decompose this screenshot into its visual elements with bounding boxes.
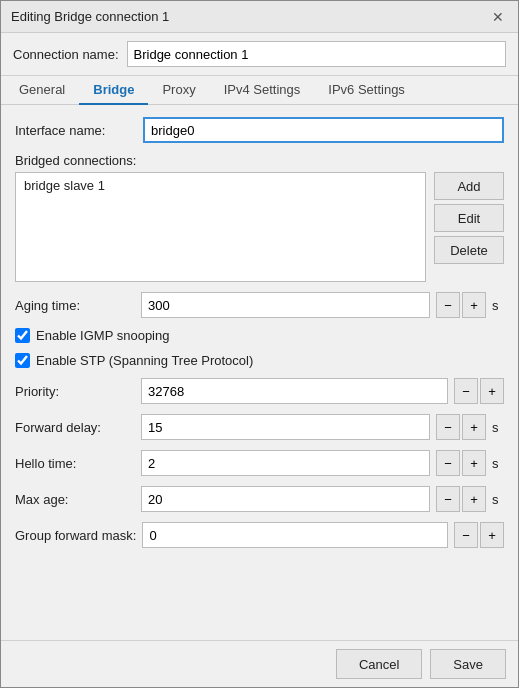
max-age-spinners: − + xyxy=(436,486,486,512)
connection-name-row: Connection name: xyxy=(1,33,518,76)
dialog: Editing Bridge connection 1 ✕ Connection… xyxy=(0,0,519,688)
title-bar: Editing Bridge connection 1 ✕ xyxy=(1,1,518,33)
delete-button[interactable]: Delete xyxy=(434,236,504,264)
bridged-connections-section: Bridged connections: bridge slave 1 Add … xyxy=(15,153,504,282)
cancel-button[interactable]: Cancel xyxy=(336,649,422,679)
connection-name-input[interactable] xyxy=(127,41,506,67)
group-forward-mask-decrement[interactable]: − xyxy=(454,522,478,548)
save-button[interactable]: Save xyxy=(430,649,506,679)
tab-proxy[interactable]: Proxy xyxy=(148,76,209,105)
hello-time-unit: s xyxy=(492,456,504,471)
hello-time-label: Hello time: xyxy=(15,456,135,471)
group-forward-mask-row: Group forward mask: − + xyxy=(15,522,504,548)
priority-row: Priority: − + xyxy=(15,378,504,404)
bridged-list-area: bridge slave 1 Add Edit Delete xyxy=(15,172,504,282)
connection-name-label: Connection name: xyxy=(13,47,119,62)
priority-spinners: − + xyxy=(454,378,504,404)
tab-ipv6[interactable]: IPv6 Settings xyxy=(314,76,419,105)
max-age-label: Max age: xyxy=(15,492,135,507)
hello-time-row: Hello time: − + s xyxy=(15,450,504,476)
aging-time-spinners: − + xyxy=(436,292,486,318)
footer: Cancel Save xyxy=(1,640,518,687)
bridged-list[interactable]: bridge slave 1 xyxy=(15,172,426,282)
stp-label[interactable]: Enable STP (Spanning Tree Protocol) xyxy=(36,353,253,368)
igmp-label[interactable]: Enable IGMP snooping xyxy=(36,328,169,343)
interface-name-row: Interface name: xyxy=(15,117,504,143)
forward-delay-input[interactable] xyxy=(141,414,430,440)
igmp-row: Enable IGMP snooping xyxy=(15,328,504,343)
forward-delay-unit: s xyxy=(492,420,504,435)
forward-delay-spinners: − + xyxy=(436,414,486,440)
aging-time-decrement[interactable]: − xyxy=(436,292,460,318)
aging-time-increment[interactable]: + xyxy=(462,292,486,318)
tab-ipv4[interactable]: IPv4 Settings xyxy=(210,76,315,105)
igmp-checkbox[interactable] xyxy=(15,328,30,343)
bridged-connections-label: Bridged connections: xyxy=(15,153,136,168)
hello-time-increment[interactable]: + xyxy=(462,450,486,476)
close-button[interactable]: ✕ xyxy=(488,7,508,27)
stp-row: Enable STP (Spanning Tree Protocol) xyxy=(15,353,504,368)
hello-time-spinners: − + xyxy=(436,450,486,476)
hello-time-input[interactable] xyxy=(141,450,430,476)
list-item[interactable]: bridge slave 1 xyxy=(18,175,423,196)
tab-bridge[interactable]: Bridge xyxy=(79,76,148,105)
priority-decrement[interactable]: − xyxy=(454,378,478,404)
tab-general[interactable]: General xyxy=(5,76,79,105)
bridged-action-buttons: Add Edit Delete xyxy=(434,172,504,282)
tabs-bar: General Bridge Proxy IPv4 Settings IPv6 … xyxy=(1,76,518,105)
max-age-row: Max age: − + s xyxy=(15,486,504,512)
group-forward-mask-increment[interactable]: + xyxy=(480,522,504,548)
aging-time-unit: s xyxy=(492,298,504,313)
tab-content: Interface name: Bridged connections: bri… xyxy=(1,105,518,640)
interface-name-input[interactable] xyxy=(143,117,504,143)
forward-delay-decrement[interactable]: − xyxy=(436,414,460,440)
priority-label: Priority: xyxy=(15,384,135,399)
forward-delay-label: Forward delay: xyxy=(15,420,135,435)
aging-time-label: Aging time: xyxy=(15,298,135,313)
aging-time-input[interactable] xyxy=(141,292,430,318)
group-forward-mask-spinners: − + xyxy=(454,522,504,548)
forward-delay-increment[interactable]: + xyxy=(462,414,486,440)
edit-button[interactable]: Edit xyxy=(434,204,504,232)
max-age-decrement[interactable]: − xyxy=(436,486,460,512)
group-forward-mask-input[interactable] xyxy=(142,522,448,548)
aging-time-row: Aging time: − + s xyxy=(15,292,504,318)
group-forward-mask-label: Group forward mask: xyxy=(15,528,136,543)
max-age-input[interactable] xyxy=(141,486,430,512)
max-age-increment[interactable]: + xyxy=(462,486,486,512)
interface-name-label: Interface name: xyxy=(15,123,135,138)
priority-increment[interactable]: + xyxy=(480,378,504,404)
hello-time-decrement[interactable]: − xyxy=(436,450,460,476)
forward-delay-row: Forward delay: − + s xyxy=(15,414,504,440)
add-button[interactable]: Add xyxy=(434,172,504,200)
stp-checkbox[interactable] xyxy=(15,353,30,368)
dialog-title: Editing Bridge connection 1 xyxy=(11,9,169,24)
priority-input[interactable] xyxy=(141,378,448,404)
max-age-unit: s xyxy=(492,492,504,507)
